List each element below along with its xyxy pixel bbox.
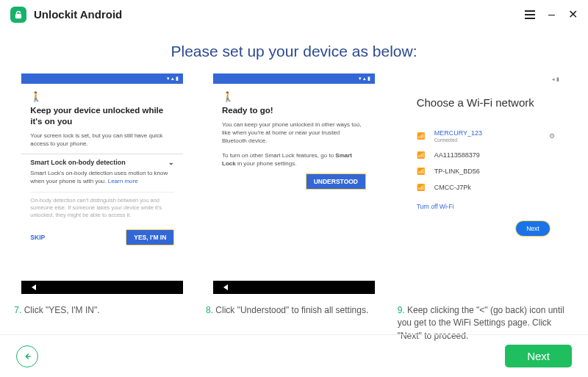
app-logo <box>10 7 26 23</box>
yes-im-in-button: YES, I'M IN <box>126 229 174 245</box>
caption-7: 7. Click "YES, I'M IN". <box>14 304 190 317</box>
wifi-icon: 📶 <box>417 151 427 159</box>
understood-button: UNDERSTOOD <box>306 173 366 190</box>
screen1-disclaimer: On-body detection can't distinguish betw… <box>30 192 174 219</box>
page-title: Please set up your device as below: <box>0 43 588 60</box>
phone-statusbar: ▾ ▴ ▮ <box>21 73 183 84</box>
phone-statusbar: ▾ ▴ ▮ <box>213 73 375 84</box>
titlebar: Unlockit Android – ✕ <box>0 0 588 29</box>
android-navbar <box>213 281 375 294</box>
back-triangle-icon <box>223 284 228 290</box>
wifi-icon: 📶 <box>417 168 427 175</box>
wifi-next-button: Next <box>515 220 550 237</box>
svg-rect-0 <box>16 14 21 18</box>
phone-statusbar: ◂ ▮ <box>405 73 567 82</box>
android-navbar <box>21 281 183 294</box>
screen1-desc: Your screen lock is set, but you can sti… <box>30 132 174 148</box>
phone-mock-smartlock: ▾ ▴ ▮ 🚶 Keep your device unlocked while … <box>21 73 183 294</box>
phone-mock-ready: ▾ ▴ ▮ 🚶 Ready to go! You can keep your p… <box>213 73 375 294</box>
turn-off-wifi-link: Turn off Wi-Fi <box>417 203 555 210</box>
skip-button: SKIP <box>30 234 45 241</box>
instruction-columns: ▾ ▴ ▮ 🚶 Keep your device unlocked while … <box>0 73 588 342</box>
wifi-icon: 📶 <box>417 184 427 191</box>
footer: Next <box>0 334 588 377</box>
menu-icon[interactable] <box>525 10 535 19</box>
screen3-title: Choose a Wi-Fi network <box>417 96 555 110</box>
next-button[interactable]: Next <box>505 345 572 367</box>
caption-8: 8. Click "Understood" to finish all sett… <box>206 304 382 317</box>
walk-icon: 🚶 <box>222 91 366 102</box>
app-title: Unlockit Android <box>34 8 122 21</box>
chevron-down-icon: ⌄ <box>168 159 174 166</box>
phone-mock-wifi: ◂ ▮ Choose a Wi-Fi network 📶 MERCURY_123… <box>405 73 567 294</box>
minimize-button[interactable]: – <box>548 9 555 21</box>
close-button[interactable]: ✕ <box>568 9 578 21</box>
screen1-title: Keep your device unlocked while it's on … <box>30 105 174 127</box>
wifi-item: 📶 CMCC-J7Pk <box>417 179 555 195</box>
back-button[interactable] <box>16 345 38 367</box>
wifi-item-active: 📶 MERCURY_123 Connected ⚙ <box>417 125 555 147</box>
screen2-body2: To turn on other Smart Lock features, go… <box>222 151 366 168</box>
walk-icon: 🚶 <box>30 91 174 102</box>
wifi-item: 📶 AA1113588379 <box>417 147 555 163</box>
screen1-section-body: Smart Lock's on-body detection uses moti… <box>30 169 174 185</box>
screen1-section-title: Smart Lock on-body detection ⌄ <box>30 159 174 166</box>
back-triangle-icon <box>32 284 36 290</box>
learn-more-link: Learn more <box>108 178 138 184</box>
wifi-icon: 📶 <box>417 132 427 140</box>
screen2-title: Ready to go! <box>222 105 366 116</box>
screen2-body1: You can keep your phone unlocked in othe… <box>222 121 366 146</box>
gear-icon: ⚙ <box>549 132 555 140</box>
wifi-item: 📶 TP-LINK_BD56 <box>417 163 555 179</box>
